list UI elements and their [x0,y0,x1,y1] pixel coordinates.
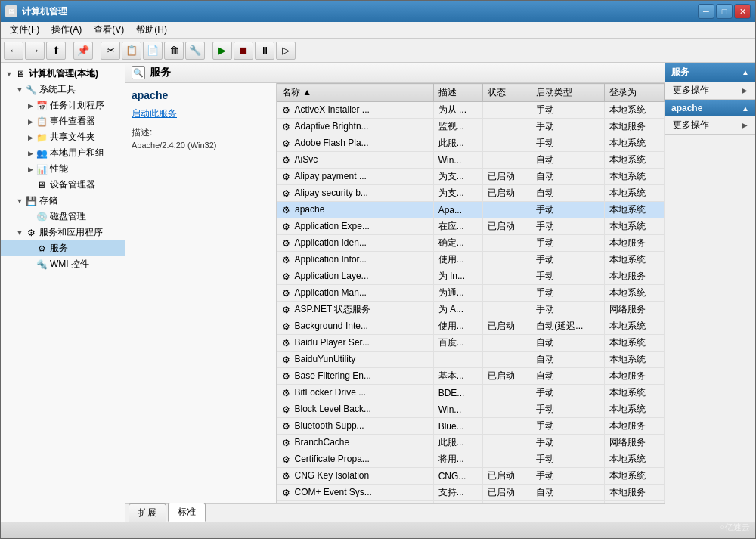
service-status [482,451,531,468]
service-name: Alipay security b... [295,187,368,198]
table-row[interactable]: ⚙Application Infor...使用...手动本地系统 [277,252,665,268]
col-header-startup[interactable]: 启动类型 [531,84,605,102]
tree-item-services[interactable]: ⚙ 服务 [1,240,125,256]
tree-item-eventviewer[interactable]: ▶ 📋 事件查看器 [1,113,125,129]
service-desc: Win... [433,401,482,418]
table-row[interactable]: ⚙AiSvcWin...自动本地系统 [277,152,665,169]
stop-button[interactable]: ⏹ [234,42,253,60]
table-row[interactable]: ⚙BranchCache此服...手动网络服务 [277,435,665,451]
delete-button[interactable]: 🗑 [164,42,184,60]
content-panel: 🔍 服务 apache 启动此服务 描述: Apache/2.4.20 (Win… [125,63,665,522]
minimize-button[interactable]: ─ [698,4,714,19]
pause-button[interactable]: ⏸ [255,42,274,60]
tree-item-storage[interactable]: ▼ 💾 存储 [1,193,125,209]
table-row[interactable]: ⚙Adaptive Brightn...监视...手动本地服务 [277,119,665,135]
start-service-link[interactable]: 启动此服务 [132,107,270,120]
table-row[interactable]: ⚙Application Expe...在应...已启动手动本地系统 [277,218,665,235]
table-row[interactable]: ⚙CNG Key IsolationCNG...已启动手动本地系统 [277,468,665,485]
toolbar: ← → ⬆ 📌 ✂ 📋 📄 🗑 🔧 ▶ ⏹ ⏸ ▷ [1,39,755,63]
show-hide-tree-button[interactable]: 📌 [73,42,93,60]
table-row[interactable]: ⚙ActiveX Installer ...为从 ...手动本地系统 [277,102,665,119]
tree-arrow-localusers: ▶ [25,148,36,159]
menu-view[interactable]: 查看(V) [88,22,130,38]
tree-item-servicesapps[interactable]: ▼ ⚙ 服务和应用程序 [1,225,125,240]
service-login: 本地服务 [605,235,665,252]
table-row[interactable]: ⚙Application Laye...为 In...手动本地服务 [277,268,665,285]
forward-button[interactable]: → [25,42,45,60]
table-row[interactable]: ⚙Background Inte...使用...已启动自动(延迟...本地系统 [277,318,665,335]
tree-item-systemtools[interactable]: ▼ 🔧 系统工具 [1,82,125,98]
copy-button[interactable]: 📋 [122,42,141,60]
table-row[interactable]: ⚙Application Iden...确定...手动本地服务 [277,235,665,252]
table-row[interactable]: ⚙Alipay payment ...为支...已启动自动本地系统 [277,169,665,185]
table-row[interactable]: ⚙Baidu Player Ser...百度...自动本地系统 [277,335,665,352]
service-icon: ⚙ [282,488,293,498]
actions-title-apache: apache [671,103,702,113]
service-desc: 支持... [433,485,482,501]
service-name: Block Level Back... [295,404,371,414]
tab-expand[interactable]: 扩展 [129,503,166,522]
service-icon: ⚙ [282,471,293,482]
service-name: Baidu Player Ser... [295,337,370,348]
tree-item-wmi[interactable]: 🔩 WMI 控件 [1,256,125,272]
col-header-login[interactable]: 登录为 [605,84,665,102]
properties-button[interactable]: 🔧 [185,42,205,60]
service-startup: 手动 [531,268,605,285]
cut-button[interactable]: ✂ [101,42,120,60]
actions-more-apache[interactable]: 更多操作 ▶ [665,116,755,134]
tree-label-localusers: 本地用户和组 [50,147,104,160]
table-row[interactable]: ⚙Application Man...为通...手动本地系统 [277,285,665,302]
table-row[interactable]: ⚙BitLocker Drive ...BDE...手动本地系统 [277,385,665,401]
restart-button[interactable]: ▷ [276,42,296,60]
actions-more-services[interactable]: 更多操作 ▶ [665,82,755,99]
tree-item-diskmanager[interactable]: 💿 磁盘管理 [1,209,125,225]
actions-header-apache[interactable]: apache ▲ [665,100,755,116]
tree-item-performance[interactable]: ▶ 📊 性能 [1,161,125,177]
tree-item-root[interactable]: ▼ 🖥 计算机管理(本地) [1,66,125,82]
tree-item-localusers[interactable]: ▶ 👥 本地用户和组 [1,145,125,161]
table-row[interactable]: ⚙BaiduYunUtility自动本地系统 [277,352,665,368]
table-row[interactable]: ⚙ASP.NET 状态服务为 A...手动网络服务 [277,302,665,318]
menu-file[interactable]: 文件(F) [4,22,45,38]
actions-header-services[interactable]: 服务 ▲ [665,63,755,82]
tree-item-taskscheduler[interactable]: ▶ 📅 任务计划程序 [1,98,125,113]
table-row[interactable]: ⚙Bluetooth Supp...Blue...手动本地服务 [277,418,665,435]
menu-help[interactable]: 帮助(H) [130,22,173,38]
col-header-status[interactable]: 状态 [482,84,531,102]
table-row[interactable]: ⚙apacheApa...手动本地系统 [277,202,665,218]
table-row[interactable]: ⚙Block Level Back...Win...手动本地系统 [277,401,665,418]
services-icon: ⚙ [36,243,48,255]
table-row[interactable]: ⚙Certificate Propa...将用...手动本地系统 [277,451,665,468]
close-button[interactable]: ✕ [734,4,751,19]
service-name: Application Infor... [295,254,367,265]
service-login: 网络服务 [605,302,665,318]
service-icon: ⚙ [282,355,293,365]
table-row[interactable]: ⚙COM+ System A...管理...手动本地系统 [277,501,665,504]
play-button[interactable]: ▶ [212,42,232,60]
service-desc: Apa... [433,202,482,218]
table-row[interactable]: ⚙Alipay security b...为支...已启动自动本地系统 [277,185,665,202]
table-row[interactable]: ⚙Base Filtering En...基本...已启动自动本地服务 [277,368,665,385]
servicesapps-icon: ⚙ [25,227,37,239]
service-icon: ⚙ [282,454,293,465]
service-startup: 自动 [531,368,605,385]
service-login: 本地系统 [605,352,665,368]
up-button[interactable]: ⬆ [46,42,66,60]
col-header-desc[interactable]: 描述 [433,84,482,102]
tree-label-systemtools: 系统工具 [39,83,76,96]
tab-standard[interactable]: 标准 [168,503,206,522]
tree-item-sharedfolders[interactable]: ▶ 📁 共享文件夹 [1,129,125,145]
table-row[interactable]: ⚙Adobe Flash Pla...此服...手动本地系统 [277,135,665,152]
service-icon: ⚙ [282,255,293,265]
back-button[interactable]: ← [4,42,23,60]
service-login: 本地系统 [605,385,665,401]
maximize-button[interactable]: □ [716,4,733,19]
table-row[interactable]: ⚙COM+ Event Sys...支持...已启动自动本地服务 [277,485,665,501]
paste-button[interactable]: 📄 [143,42,163,60]
tree-item-devicemanager[interactable]: 🖥 设备管理器 [1,177,125,193]
table-container[interactable]: 名称 ▲ 描述 状态 启动类型 登录为 ⚙ActiveX Installer .… [277,83,665,503]
service-icon: ⚙ [282,221,293,232]
menu-action[interactable]: 操作(A) [45,22,88,38]
service-login: 本地系统 [605,152,665,169]
col-header-name[interactable]: 名称 ▲ [277,84,434,102]
